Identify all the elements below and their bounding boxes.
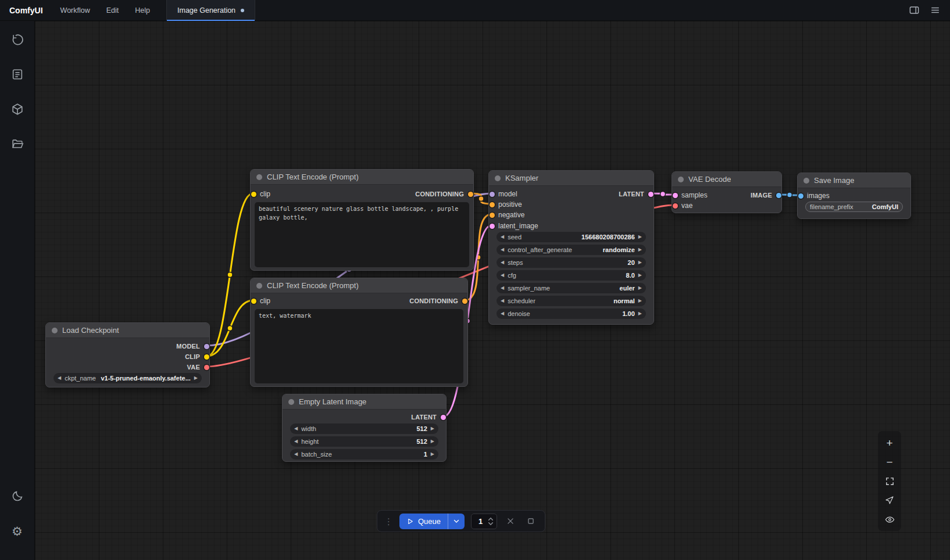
widget-ckpt_name[interactable]: ◀ckpt_namev1-5-pruned-emaonly.safete...▶ bbox=[53, 373, 202, 383]
output-port-latent[interactable] bbox=[648, 192, 653, 197]
widget-decrement-arrow-icon[interactable]: ◀ bbox=[501, 299, 504, 303]
collapse-dot[interactable] bbox=[256, 174, 262, 180]
widget-increment-arrow-icon[interactable]: ▶ bbox=[431, 426, 434, 431]
collapse-dot[interactable] bbox=[678, 177, 684, 182]
collapse-dot[interactable] bbox=[495, 175, 501, 181]
widget-seed[interactable]: ◀seed156680208700286▶ bbox=[497, 232, 646, 242]
widget-increment-arrow-icon[interactable]: ▶ bbox=[638, 311, 642, 316]
queue-button[interactable]: Queue bbox=[399, 514, 448, 529]
input-port-clip[interactable] bbox=[251, 192, 256, 197]
input-port-samples[interactable] bbox=[673, 193, 678, 198]
app-logo[interactable]: ComfyUI bbox=[0, 0, 52, 20]
widget-decrement-arrow-icon[interactable]: ◀ bbox=[501, 260, 504, 265]
node-header[interactable]: Load Checkpoint bbox=[46, 323, 209, 338]
node-ksampler[interactable]: KSamplermodelpositivenegativelatent_imag… bbox=[488, 170, 654, 325]
node-vae-decode[interactable]: VAE DecodesamplesvaeIMAGE bbox=[672, 171, 782, 213]
node-header[interactable]: KSampler bbox=[489, 171, 653, 186]
input-port-latent_image[interactable] bbox=[490, 224, 495, 229]
node-header[interactable]: Save Image bbox=[798, 173, 910, 188]
clear-queue-button[interactable] bbox=[503, 514, 517, 528]
node-header[interactable]: CLIP Text Encode (Prompt) bbox=[251, 170, 473, 185]
widget-increment-arrow-icon[interactable]: ▶ bbox=[194, 376, 198, 380]
main-menu-button[interactable] bbox=[926, 2, 944, 19]
widget-decrement-arrow-icon[interactable]: ◀ bbox=[501, 311, 504, 316]
menu-help[interactable]: Help bbox=[127, 0, 158, 20]
input-port-negative[interactable] bbox=[490, 213, 495, 218]
input-port-model[interactable] bbox=[490, 192, 495, 197]
stop-button[interactable] bbox=[524, 514, 538, 528]
widget-increment-arrow-icon[interactable]: ▶ bbox=[638, 247, 642, 252]
fit-view-button[interactable] bbox=[881, 473, 898, 489]
tab-image-generation[interactable]: Image Generation bbox=[166, 0, 255, 20]
widget-decrement-arrow-icon[interactable]: ◀ bbox=[58, 376, 61, 380]
widget-decrement-arrow-icon[interactable]: ◀ bbox=[501, 273, 504, 278]
output-port-image[interactable] bbox=[776, 193, 781, 198]
widget-sampler_name[interactable]: ◀sampler_nameeuler▶ bbox=[497, 283, 646, 293]
widget-decrement-arrow-icon[interactable]: ◀ bbox=[294, 426, 298, 431]
prompt-textarea[interactable]: beautiful scenery nature glass bottle la… bbox=[255, 202, 469, 267]
widget-decrement-arrow-icon[interactable]: ◀ bbox=[501, 235, 504, 239]
node-load-checkpoint[interactable]: Load CheckpointMODELCLIPVAE◀ckpt_namev1-… bbox=[45, 322, 210, 387]
node-library-button[interactable] bbox=[7, 64, 28, 85]
node-clip-encode-positive[interactable]: CLIP Text Encode (Prompt)clipCONDITIONIN… bbox=[250, 169, 474, 271]
input-port-clip[interactable] bbox=[251, 299, 256, 304]
node-header[interactable]: CLIP Text Encode (Prompt) bbox=[251, 278, 467, 293]
output-port-vae[interactable] bbox=[204, 365, 209, 370]
widget-increment-arrow-icon[interactable]: ▶ bbox=[431, 452, 434, 457]
widget-increment-arrow-icon[interactable]: ▶ bbox=[638, 260, 642, 265]
widget-decrement-arrow-icon[interactable]: ◀ bbox=[501, 286, 504, 290]
queue-options-dropdown[interactable] bbox=[448, 514, 465, 529]
output-port-clip[interactable] bbox=[204, 354, 209, 360]
decrement-icon[interactable] bbox=[488, 522, 494, 526]
settings-button[interactable]: ⚙ bbox=[7, 520, 28, 541]
node-clip-encode-negative[interactable]: CLIP Text Encode (Prompt)clipCONDITIONIN… bbox=[250, 278, 468, 387]
workflows-folder-button[interactable] bbox=[7, 134, 28, 155]
model-library-button[interactable] bbox=[7, 99, 28, 120]
input-port-vae[interactable] bbox=[673, 203, 678, 209]
select-mode-button[interactable] bbox=[881, 492, 898, 508]
widget-batch_size[interactable]: ◀batch_size1▶ bbox=[290, 449, 438, 460]
input-port-images[interactable] bbox=[798, 193, 803, 199]
increment-icon[interactable] bbox=[488, 517, 494, 521]
widget-scheduler[interactable]: ◀schedulernormal▶ bbox=[497, 296, 646, 306]
collapse-dot[interactable] bbox=[288, 399, 294, 405]
collapse-dot[interactable] bbox=[52, 328, 58, 333]
node-empty-latent[interactable]: Empty Latent ImageLATENT◀width512▶◀heigh… bbox=[282, 394, 447, 462]
widget-increment-arrow-icon[interactable]: ▶ bbox=[638, 286, 642, 290]
widget-cfg[interactable]: ◀cfg8.0▶ bbox=[497, 270, 646, 281]
output-port-model[interactable] bbox=[204, 344, 209, 349]
widget-decrement-arrow-icon[interactable]: ◀ bbox=[501, 247, 504, 252]
batch-count-input[interactable]: 1 bbox=[471, 514, 497, 529]
widget-control_after_generate[interactable]: ◀control_after_generaterandomize▶ bbox=[497, 245, 646, 255]
widget-height[interactable]: ◀height512▶ bbox=[290, 436, 438, 447]
zoom-out-button[interactable]: − bbox=[881, 454, 898, 470]
collapse-dot[interactable] bbox=[803, 178, 809, 184]
workflows-history-button[interactable] bbox=[7, 29, 28, 50]
zoom-in-button[interactable]: + bbox=[881, 435, 898, 451]
theme-toggle-button[interactable] bbox=[7, 486, 28, 507]
output-port-conditioning[interactable] bbox=[462, 299, 467, 304]
widget-denoise[interactable]: ◀denoise1.00▶ bbox=[497, 308, 646, 319]
toggle-visibility-button[interactable] bbox=[881, 511, 898, 527]
node-save-image[interactable]: Save Imageimagesfilename_prefixComfyUI bbox=[797, 173, 911, 219]
input-port-positive[interactable] bbox=[490, 202, 495, 207]
collapse-dot[interactable] bbox=[256, 283, 262, 289]
widget-filename_prefix[interactable]: filename_prefixComfyUI bbox=[805, 202, 903, 212]
widget-increment-arrow-icon[interactable]: ▶ bbox=[638, 235, 642, 239]
drag-handle-icon[interactable]: ⋮ bbox=[384, 517, 393, 526]
panel-toggle-button[interactable] bbox=[905, 2, 923, 19]
menu-workflow[interactable]: Workflow bbox=[52, 0, 98, 20]
widget-increment-arrow-icon[interactable]: ▶ bbox=[431, 439, 434, 444]
node-canvas[interactable]: Load CheckpointMODELCLIPVAE◀ckpt_namev1-… bbox=[35, 21, 950, 560]
widget-width[interactable]: ◀width512▶ bbox=[290, 423, 438, 434]
widget-increment-arrow-icon[interactable]: ▶ bbox=[638, 273, 642, 278]
widget-increment-arrow-icon[interactable]: ▶ bbox=[638, 299, 642, 303]
widget-decrement-arrow-icon[interactable]: ◀ bbox=[294, 439, 298, 444]
output-port-latent[interactable] bbox=[441, 415, 446, 420]
widget-decrement-arrow-icon[interactable]: ◀ bbox=[294, 452, 298, 457]
node-header[interactable]: Empty Latent Image bbox=[283, 394, 446, 410]
output-port-conditioning[interactable] bbox=[468, 192, 473, 197]
menu-edit[interactable]: Edit bbox=[98, 0, 127, 20]
prompt-textarea[interactable]: text, watermark bbox=[255, 309, 463, 383]
widget-steps[interactable]: ◀steps20▶ bbox=[497, 257, 646, 268]
